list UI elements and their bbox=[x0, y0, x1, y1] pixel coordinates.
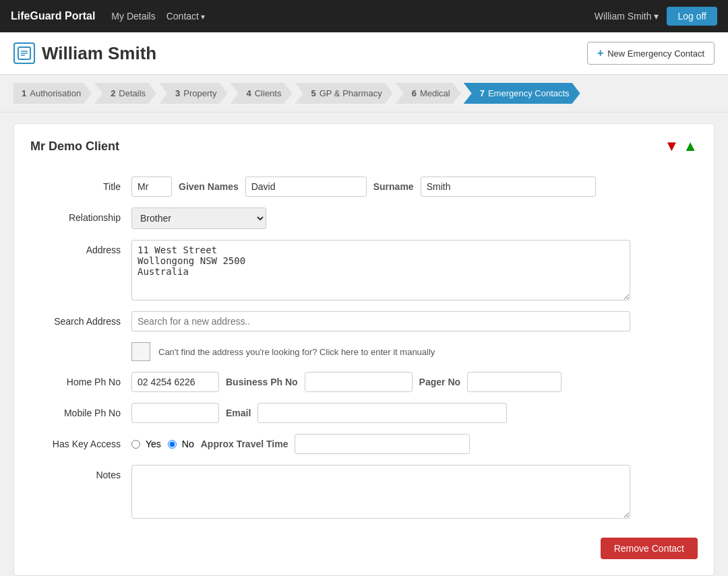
key-access-controls: Yes No Approx Travel Time bbox=[131, 434, 698, 454]
step-num-2: 2 bbox=[111, 88, 115, 98]
step-label-6: Medical bbox=[420, 88, 450, 98]
key-access-row: Has Key Access Yes No Approx Travel Time bbox=[30, 434, 698, 454]
search-address-controls bbox=[131, 311, 698, 331]
mobile-ph-label: Mobile Ph No bbox=[30, 403, 131, 418]
notes-row: Notes bbox=[30, 465, 698, 519]
step-label-4: Clients bbox=[255, 88, 282, 98]
radio-no-group: No bbox=[168, 439, 194, 449]
email-input[interactable] bbox=[257, 403, 507, 423]
step-property[interactable]: 3 Property bbox=[159, 83, 227, 104]
step-label-7: Emergency Contacts bbox=[488, 88, 570, 98]
page-icon bbox=[13, 42, 35, 64]
address-controls: 11 West Street Wollongong NSW 2500 Austr… bbox=[131, 240, 698, 300]
step-medical[interactable]: 6 Medical bbox=[396, 83, 461, 104]
move-down-icon[interactable]: ▼ bbox=[664, 137, 679, 155]
step-num-1: 1 bbox=[22, 88, 26, 98]
step-authorisation[interactable]: 1 Authorisation bbox=[13, 83, 92, 104]
key-access-label: Has Key Access bbox=[30, 434, 131, 449]
mobile-ph-input[interactable] bbox=[131, 403, 219, 423]
relationship-select[interactable]: Brother Sister Parent Child Spouse Frien… bbox=[131, 207, 266, 229]
step-emergency-contacts[interactable]: 7 Emergency Contacts bbox=[464, 83, 580, 104]
travel-time-input[interactable] bbox=[295, 434, 470, 454]
address-row: Address 11 West Street Wollongong NSW 25… bbox=[30, 240, 698, 300]
step-label-1: Authorisation bbox=[30, 88, 81, 98]
navbar-links: My Details Contact bbox=[111, 11, 594, 22]
notes-label: Notes bbox=[30, 465, 131, 480]
navbar: LifeGuard Portal My Details Contact Will… bbox=[0, 0, 728, 32]
travel-time-label: Approx Travel Time bbox=[201, 439, 289, 449]
title-row: Title Given Names Surname bbox=[30, 177, 698, 197]
step-label-2: Details bbox=[119, 88, 146, 98]
mobile-email-row: Mobile Ph No Email bbox=[30, 403, 698, 423]
manual-address-text[interactable]: Can't find the address you're looking fo… bbox=[158, 347, 435, 357]
page-header-left: William Smith bbox=[13, 42, 156, 64]
relationship-row: Relationship Brother Sister Parent Child… bbox=[30, 207, 698, 229]
pager-input[interactable] bbox=[467, 372, 562, 392]
key-access-yes-label: Yes bbox=[146, 439, 161, 449]
key-access-yes-radio[interactable] bbox=[131, 440, 140, 449]
home-ph-label: Home Ph No bbox=[30, 372, 131, 387]
step-clients[interactable]: 4 Clients bbox=[230, 83, 292, 104]
step-gp-pharmacy[interactable]: 5 GP & Pharmacy bbox=[295, 83, 392, 104]
notes-controls bbox=[131, 465, 698, 519]
remove-contact-button[interactable]: Remove Contact bbox=[601, 538, 698, 559]
step-label-5: GP & Pharmacy bbox=[320, 88, 382, 98]
step-num-4: 4 bbox=[246, 88, 251, 98]
email-label: Email bbox=[226, 408, 251, 418]
search-address-input[interactable] bbox=[131, 311, 630, 331]
phone-controls: Business Ph No Pager No bbox=[131, 372, 698, 392]
card-header: Mr Demo Client ▼ ▲ bbox=[30, 137, 698, 163]
home-ph-input[interactable] bbox=[131, 372, 219, 392]
move-up-icon[interactable]: ▲ bbox=[683, 137, 698, 155]
given-names-label: Given Names bbox=[179, 181, 239, 192]
navbar-link-contact[interactable]: Contact bbox=[166, 11, 206, 22]
business-ph-input[interactable] bbox=[305, 372, 413, 392]
emergency-contact-card: Mr Demo Client ▼ ▲ Title Given Names Sur… bbox=[13, 123, 715, 576]
relationship-label: Relationship bbox=[30, 207, 131, 223]
search-address-row: Search Address bbox=[30, 311, 698, 331]
phone-row: Home Ph No Business Ph No Pager No bbox=[30, 372, 698, 392]
title-input[interactable] bbox=[131, 177, 172, 197]
step-details[interactable]: 2 Details bbox=[94, 83, 156, 104]
step-num-6: 6 bbox=[412, 88, 417, 98]
page-title: William Smith bbox=[42, 43, 156, 64]
search-address-label: Search Address bbox=[30, 311, 131, 327]
step-num-5: 5 bbox=[311, 88, 315, 98]
pager-label: Pager No bbox=[419, 377, 460, 387]
radio-yes-group: Yes bbox=[131, 439, 161, 449]
navbar-brand: LifeGuard Portal bbox=[11, 10, 95, 22]
step-label-3: Property bbox=[183, 88, 216, 98]
notes-textarea[interactable] bbox=[131, 465, 630, 519]
card-title: Mr Demo Client bbox=[30, 139, 119, 154]
manual-address-checkbox[interactable] bbox=[131, 342, 150, 361]
steps-bar: 1 Authorisation 2 Details 3 Property 4 C… bbox=[0, 75, 728, 113]
navbar-user[interactable]: William Smith bbox=[595, 11, 659, 22]
key-access-no-label: No bbox=[182, 439, 194, 449]
relationship-controls: Brother Sister Parent Child Spouse Frien… bbox=[131, 207, 698, 229]
title-label: Title bbox=[30, 177, 131, 192]
mobile-email-controls: Email bbox=[131, 403, 698, 423]
new-emergency-contact-button[interactable]: New Emergency Contact bbox=[587, 42, 715, 65]
key-access-no-radio[interactable] bbox=[168, 440, 177, 449]
step-num-7: 7 bbox=[480, 88, 485, 98]
title-controls: Given Names Surname bbox=[131, 177, 698, 197]
given-names-input[interactable] bbox=[245, 177, 367, 197]
logout-button[interactable]: Log off bbox=[667, 7, 717, 26]
manual-address-row: Can't find the address you're looking fo… bbox=[131, 342, 698, 361]
surname-label: Surname bbox=[373, 181, 414, 192]
main-content: Mr Demo Client ▼ ▲ Title Given Names Sur… bbox=[0, 113, 728, 576]
address-label: Address bbox=[30, 240, 131, 255]
sort-arrows: ▼ ▲ bbox=[664, 137, 698, 155]
address-textarea[interactable]: 11 West Street Wollongong NSW 2500 Austr… bbox=[131, 240, 630, 300]
step-num-3: 3 bbox=[175, 88, 180, 98]
navbar-right: William Smith Log off bbox=[595, 7, 717, 26]
page-header: William Smith New Emergency Contact bbox=[0, 32, 728, 75]
navbar-link-mydetails[interactable]: My Details bbox=[111, 11, 155, 22]
business-ph-label: Business Ph No bbox=[226, 377, 298, 387]
surname-input[interactable] bbox=[421, 177, 596, 197]
